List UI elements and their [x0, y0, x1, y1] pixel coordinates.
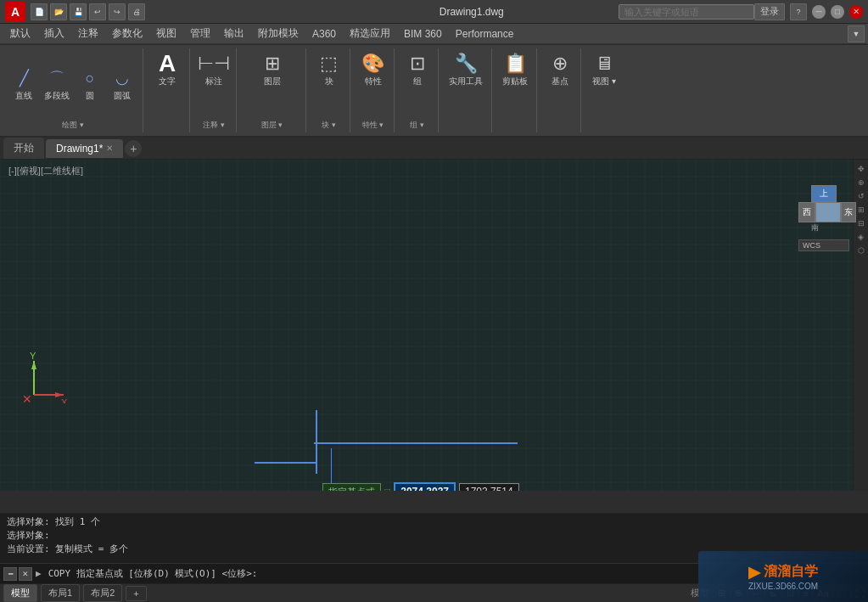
menu-more-icon[interactable]: ▼	[848, 25, 865, 42]
login-button[interactable]: 登录	[754, 3, 785, 20]
tab-drawing1[interactable]: Drawing1* ✕	[46, 139, 123, 158]
line-label: 直线	[15, 90, 32, 102]
arc-tool[interactable]: ◡ 圆弧	[107, 65, 137, 104]
text-tool[interactable]: A 文字	[150, 50, 184, 89]
clipboard-tool[interactable]: 📋 剪贴板	[499, 50, 531, 89]
menu-manage[interactable]: 管理	[183, 25, 217, 42]
print-icon[interactable]: 🖨	[128, 3, 145, 20]
polyline-icon: ⌒	[45, 66, 69, 90]
ribbon-group-group: ⊡ 组 组 ▾	[396, 48, 439, 132]
clipboard-label: 剪贴板	[502, 76, 528, 87]
dimension-label: 标注	[205, 76, 222, 87]
watermark-brand: ▶ 溜溜自学	[748, 563, 818, 582]
view-cube-icon[interactable]: ⬡	[855, 245, 867, 256]
tab-start-label: 开始	[14, 141, 34, 155]
minimize-button[interactable]: ─	[812, 5, 826, 19]
zoom-icon[interactable]: ⊕	[855, 177, 867, 188]
add-tab-button[interactable]: +	[125, 140, 142, 157]
redo-icon[interactable]: ↪	[109, 3, 126, 20]
title-right-buttons: 登录 ? ─ □ ✕	[754, 3, 863, 20]
dynamic-input-y[interactable]: 1703.7514	[459, 483, 519, 491]
block-icon: ⬚	[317, 52, 341, 76]
line-tool[interactable]: ╱ 直线	[8, 65, 39, 104]
save-icon[interactable]: 💾	[70, 3, 87, 20]
cmd-minimize-icon[interactable]: ━	[3, 567, 17, 581]
polyline-tool[interactable]: ⌒ 多段线	[41, 65, 73, 104]
watermark-brand-text: 溜溜自学	[764, 563, 818, 581]
nav-cube[interactable]: 北 上 西 东 南 WCS	[798, 185, 849, 251]
menu-performance[interactable]: Performance	[449, 26, 521, 42]
dynamic-input-separator: □	[384, 486, 390, 491]
properties-icon: 🎨	[361, 52, 385, 76]
nav-cube-top[interactable]: 上	[811, 185, 837, 202]
restore-button[interactable]: □	[831, 5, 844, 19]
undo-icon[interactable]: ↩	[89, 3, 106, 20]
app-logo[interactable]: A	[5, 2, 25, 22]
zoom-window-icon[interactable]: ⊞	[855, 204, 867, 216]
menu-a360[interactable]: A360	[305, 26, 343, 42]
props-group-label: 特性 ▾	[362, 118, 384, 131]
view-tool[interactable]: 🖥 视图 ▾	[589, 50, 619, 89]
polyline-label: 多段线	[44, 90, 70, 102]
status-tab-model[interactable]: 模型	[3, 584, 37, 602]
watermark: ▶ 溜溜自学 ZIXUE.3D66.COM	[698, 551, 868, 602]
circle-label: 圆	[86, 90, 94, 102]
grid-canvas	[0, 160, 868, 491]
dimension-tool[interactable]: ⊢⊣ 标注	[197, 50, 231, 89]
view-label: 视图 ▾	[592, 76, 616, 87]
view-icon: 🖥	[592, 52, 616, 76]
utilities-tool[interactable]: 🔧 实用工具	[445, 50, 486, 89]
layer-label: 图层	[264, 76, 281, 87]
dimension-icon: ⊢⊣	[202, 52, 226, 76]
tab-start[interactable]: 开始	[3, 138, 44, 159]
wcs-label[interactable]: WCS	[798, 239, 849, 251]
menu-output[interactable]: 输出	[217, 25, 251, 42]
search-input[interactable]	[619, 4, 754, 20]
menu-annotate[interactable]: 注释	[71, 25, 105, 42]
layer-tool[interactable]: ⊞ 图层	[257, 50, 288, 89]
open-file-icon[interactable]: 📂	[50, 3, 67, 20]
nav-cube-west[interactable]: 西	[798, 202, 815, 222]
properties-tool[interactable]: 🎨 特性	[358, 50, 389, 89]
3d-nav-icon[interactable]: ◈	[855, 231, 867, 243]
menu-parametric[interactable]: 参数化	[105, 25, 149, 42]
cmd-close-icon[interactable]: ✕	[19, 567, 32, 581]
menu-default[interactable]: 默认	[3, 25, 37, 42]
arc-label: 圆弧	[114, 90, 131, 102]
help-icon[interactable]: ?	[790, 3, 807, 20]
dynamic-input-x[interactable]: 2074.3037	[394, 482, 456, 491]
status-tab-layout1[interactable]: 布局1	[41, 584, 80, 602]
watermark-play-icon: ▶	[748, 563, 760, 582]
basepoint-label: 基点	[552, 76, 568, 87]
status-tab-layout2[interactable]: 布局2	[83, 584, 122, 602]
menu-addons[interactable]: 附加模块	[251, 25, 305, 42]
close-button[interactable]: ✕	[849, 5, 863, 19]
menu-view[interactable]: 视图	[149, 25, 183, 42]
menu-insert[interactable]: 插入	[37, 25, 71, 42]
nav-cube-inner: 北 上 西 东 南	[798, 185, 849, 236]
zoom-extents-icon[interactable]: ⊟	[855, 217, 867, 229]
nav-cube-center[interactable]	[815, 202, 841, 222]
pan-icon[interactable]: ✥	[855, 163, 867, 175]
utilities-icon: 🔧	[454, 52, 478, 76]
orbit-icon[interactable]: ↺	[855, 190, 867, 202]
title-text: Drawing1.dwg	[325, 6, 619, 18]
arc-icon: ◡	[110, 66, 134, 90]
menu-bim360[interactable]: BIM 360	[397, 26, 449, 42]
group-tool[interactable]: ⊡ 组	[402, 50, 433, 89]
canvas-area[interactable]: [-][俯视][二维线框] 指定基点或 □ 2074.3037 1703.751…	[0, 160, 868, 491]
add-layout-button[interactable]: +	[126, 586, 146, 601]
basepoint-tool[interactable]: ⊕ 基点	[545, 50, 575, 89]
title-bar: A 📄 📂 💾 ↩ ↪ 🖨 Drawing1.dwg 登录 ? ─ □ ✕	[0, 0, 868, 24]
tab-close-icon[interactable]: ✕	[106, 143, 113, 153]
menu-featured[interactable]: 精选应用	[343, 25, 397, 42]
command-prompt-buttons: ━ ✕	[3, 567, 32, 581]
nav-cube-east[interactable]: 东	[841, 202, 856, 222]
draw-tools: ╱ 直线 ⌒ 多段线 ○ 圆 ◡ 圆弧	[8, 50, 137, 118]
circle-tool[interactable]: ○ 圆	[75, 65, 105, 104]
dynamic-input-box: 指定基点或 □ 2074.3037 1703.7514	[322, 482, 519, 491]
block-tool[interactable]: ⬚ 块	[314, 50, 344, 89]
viewport-label: [-][俯视][二维线框]	[8, 165, 83, 177]
new-file-icon[interactable]: 📄	[31, 3, 48, 20]
basepoint-icon: ⊕	[548, 52, 572, 76]
